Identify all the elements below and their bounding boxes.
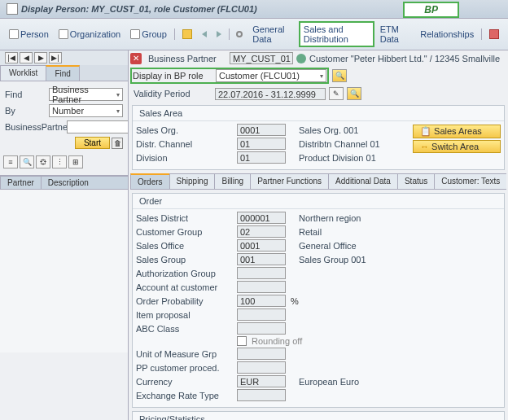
separator [174, 28, 175, 40]
trash-button[interactable]: 🗑 [112, 138, 123, 149]
find-select[interactable]: Business Partner [49, 88, 123, 101]
sales-areas-button[interactable]: 📋 Sales Areas [413, 125, 501, 138]
field-desc: Retail [299, 227, 413, 237]
field-value[interactable]: 0001 [237, 239, 286, 252]
left-panel: |◀ ◀ ▶ ▶| Worklist Find FindBusiness Par… [0, 50, 129, 420]
prev-button[interactable]: ◀ [20, 52, 33, 63]
close-button[interactable]: ✕ [130, 53, 142, 64]
first-button[interactable]: |◀ [5, 52, 18, 63]
tool-2[interactable]: 🔍 [20, 155, 34, 168]
field-label: Sales Office [136, 241, 232, 251]
field-value[interactable] [237, 322, 286, 335]
person-icon [296, 54, 306, 63]
field-value[interactable]: EUR [237, 375, 286, 387]
flag-icon [489, 29, 499, 39]
tab-shipping[interactable]: Shipping [169, 173, 216, 189]
etm-data-button[interactable]: ETM Data [376, 22, 414, 46]
tool-5[interactable]: ⊞ [68, 155, 83, 168]
next-button[interactable]: ▶ [34, 52, 47, 63]
tab-status[interactable]: Status [397, 173, 435, 189]
tab-billing[interactable]: Billing [214, 173, 251, 189]
field-value[interactable]: 100 [237, 295, 286, 307]
open-button[interactable] [178, 27, 196, 42]
distr-channel-label: Distr. Channel [136, 139, 232, 149]
find-tab[interactable]: Find [46, 65, 79, 81]
order-row: Item proposal [136, 308, 501, 322]
detail-tabs: Orders Shipping Billing Partner Function… [130, 173, 506, 190]
field-desc: Sales Group 001 [299, 255, 413, 265]
tab-customer-texts[interactable]: Customer: Texts [434, 173, 506, 189]
order-title: Order [133, 194, 504, 209]
role-select[interactable]: Customer (FLCU01) [216, 69, 326, 82]
organization-button[interactable]: Organization [55, 27, 125, 42]
document-icon [130, 29, 140, 39]
tab-partner-functions[interactable]: Partner Functions [250, 173, 329, 189]
tab-additional-data[interactable]: Additional Data [328, 173, 398, 189]
field-desc: General Office [299, 241, 413, 251]
bp-input[interactable] [67, 120, 129, 133]
by-label: By [5, 106, 46, 116]
field-value[interactable] [237, 308, 286, 321]
tool-1[interactable]: ≡ [3, 155, 18, 168]
field-label: ABC Class [136, 324, 232, 334]
relationships-button[interactable]: Relationships [416, 27, 478, 42]
validity-field: 22.07.2016 - 31.12.9999 [215, 88, 326, 100]
group-button[interactable]: Group [126, 27, 171, 42]
general-data-button[interactable]: General Data [248, 22, 296, 46]
switch-area-button[interactable]: ↔ Switch Area [413, 140, 501, 153]
rounding-row: Rounding off [136, 335, 501, 347]
back-button[interactable] [198, 28, 211, 40]
arrow-right-icon [217, 31, 221, 37]
field-label: Customer Group [136, 227, 232, 237]
tool-3[interactable]: ⯐ [36, 155, 50, 168]
main-toolbar: Person Organization Group General Data S… [0, 19, 508, 50]
validity-edit-button[interactable]: ✎ [329, 87, 344, 100]
by-select[interactable]: Number [49, 104, 123, 117]
description-column[interactable]: Description [41, 176, 129, 189]
search-button[interactable] [232, 28, 247, 40]
field-label: Currency [136, 377, 232, 387]
start-button[interactable]: Start [75, 137, 110, 149]
customer-desc: Customer "Peter Hibbert Ltd." / 12345 Sm… [309, 54, 500, 63]
role-help-button[interactable]: 🔍 [332, 69, 347, 82]
field-value[interactable]: 001 [237, 253, 286, 265]
field-value[interactable] [237, 389, 286, 401]
last-button[interactable]: ▶| [49, 52, 62, 63]
field-value[interactable] [237, 348, 286, 360]
forward-button[interactable] [212, 28, 226, 40]
field-value[interactable] [237, 281, 286, 293]
field-label: PP customer proced. [136, 363, 232, 373]
separator [481, 28, 482, 40]
field-label: Sales District [136, 213, 232, 223]
order-row: Authorization Group [136, 266, 501, 280]
order-row: PP customer proced. [136, 361, 501, 374]
order-row: Customer Group02Retail [136, 225, 501, 238]
order-row: Account at customer [136, 280, 501, 294]
result-list [0, 190, 128, 352]
worklist-tab[interactable]: Worklist [0, 65, 46, 81]
person-button[interactable]: Person [5, 27, 53, 42]
tool-4[interactable]: ⋮ [52, 155, 67, 168]
division-desc: Product Division 01 [299, 153, 413, 163]
tab-orders[interactable]: Orders [130, 173, 170, 189]
order-row: Exchange Rate Type [136, 388, 501, 402]
partner-column[interactable]: Partner [0, 176, 42, 189]
order-row: Sales District000001Northern region [136, 211, 501, 225]
field-value[interactable]: 000001 [237, 212, 286, 224]
document-icon [9, 29, 19, 39]
field-value[interactable] [237, 267, 286, 279]
extra-button[interactable] [485, 27, 503, 42]
rounding-checkbox[interactable] [237, 336, 247, 346]
sales-distribution-button[interactable]: Sales and Distribution [299, 21, 374, 47]
field-value[interactable] [237, 361, 286, 374]
validity-help-button[interactable]: 🔍 [347, 87, 361, 100]
order-section: Order Sales District000001Northern regio… [132, 193, 505, 408]
field-label: Unit of Measure Grp [136, 349, 232, 359]
sales-area-section: Sales Area Sales Org.0001Sales Org. 001 … [132, 105, 505, 170]
order-row: ABC Class [136, 322, 501, 335]
field-value[interactable]: 02 [237, 225, 286, 238]
field-label: Exchange Rate Type [136, 391, 232, 400]
validity-label: Validity Period [130, 89, 212, 98]
role-highlight: Display in BP role Customer (FLCU01) [130, 68, 329, 84]
bp-field: MY_CUST_01 [230, 52, 293, 64]
